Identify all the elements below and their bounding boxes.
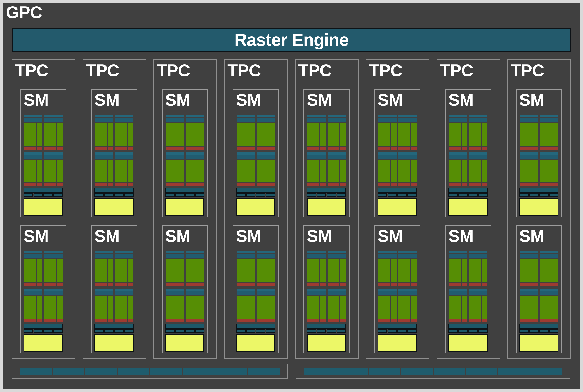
ldst-bar-narrow (178, 319, 184, 322)
tpc-box: TPC SM (507, 59, 571, 359)
cuda-core-block-narrow (199, 296, 204, 318)
scheduler-strip (540, 288, 558, 291)
sm-slot: SM (445, 225, 491, 354)
ldst-row (95, 146, 113, 150)
tex-unit-cell (43, 193, 53, 197)
ldst-bar-wide (449, 183, 461, 186)
ldst-bar-wide (115, 283, 127, 286)
scheduler-strip (469, 115, 487, 117)
tex-unit-cell (327, 193, 336, 197)
tex-unit-cell (104, 329, 114, 333)
scheduler-strip (449, 152, 467, 154)
ldst-bar-narrow (178, 183, 184, 186)
cuda-core-grid (166, 296, 184, 318)
sm-box: SM (233, 225, 279, 354)
dispatch-strip (186, 118, 204, 122)
sm-slot: SM (233, 225, 279, 354)
ldst-row (45, 319, 63, 322)
tex-unit-cell (195, 193, 205, 197)
tex-unit-cell (34, 329, 43, 333)
ldst-bar-wide (469, 319, 481, 322)
cuda-core-grid (307, 160, 326, 182)
rt-core-block (307, 334, 346, 352)
ldst-row (237, 146, 255, 150)
cuda-core-block-wide (520, 259, 532, 282)
tex-unit-cell (407, 193, 417, 197)
cuda-core-grid (95, 160, 113, 182)
tpc-box: TPC SM (224, 59, 288, 359)
cuda-core-grid (378, 259, 396, 282)
tex-unit-row (378, 193, 417, 197)
ldst-bar-wide (257, 183, 269, 186)
ldst-row (520, 183, 538, 186)
cuda-core-block-narrow (199, 259, 204, 282)
cuda-core-block-narrow (532, 160, 538, 182)
tex-unit-cell (266, 329, 275, 333)
diagram-canvas: { "gpc": { "label": "GPC" }, "raster_eng… (0, 0, 583, 392)
ldst-row (24, 183, 43, 186)
ldst-bar-wide (237, 146, 249, 150)
cuda-core-grid (520, 160, 538, 182)
cuda-core-grid (115, 296, 133, 318)
tex-unit-cell (185, 329, 195, 333)
ldst-row (115, 283, 133, 286)
cuda-core-block-wide (307, 259, 319, 282)
cuda-core-block-wide (237, 259, 249, 282)
cuda-core-block-wide (186, 160, 198, 182)
cuda-core-grid (469, 123, 487, 146)
scheduler-strip (24, 115, 43, 117)
dispatch-strip (449, 254, 467, 258)
ldst-bar-narrow (411, 319, 416, 322)
dispatch-strip (378, 291, 396, 295)
cuda-core-grid (520, 123, 538, 146)
cuda-core-block-narrow (178, 160, 184, 182)
tex-unit-cell (337, 329, 346, 333)
tex-unit-row (519, 329, 558, 333)
tex-unit-cell (104, 193, 114, 197)
tex-unit-cell (539, 329, 548, 333)
scheduler-strip (166, 288, 184, 291)
cuda-core-block-narrow (462, 259, 467, 282)
cuda-core-grid (378, 160, 396, 182)
scheduler-strip (45, 115, 63, 117)
scheduler-strip (186, 251, 204, 253)
ldst-bar-narrow (199, 146, 204, 150)
sm-slot: SM (374, 225, 420, 354)
tex-unit-row (519, 193, 558, 197)
bus-segment (118, 368, 150, 375)
bus-segment (53, 368, 85, 375)
cuda-core-grid (237, 259, 255, 282)
sm-slot: SM (303, 225, 350, 354)
ldst-bar-wide (449, 146, 461, 150)
cuda-core-grid (398, 259, 416, 282)
scheduler-strip (95, 115, 113, 117)
cuda-core-block-wide (520, 123, 532, 146)
cuda-core-block-wide (24, 259, 36, 282)
scheduler-strip (520, 288, 538, 291)
ldst-bar-narrow (552, 283, 558, 286)
sm-slot: SM (516, 225, 562, 354)
scheduler-strip (237, 251, 255, 253)
cuda-core-block-wide (166, 160, 178, 182)
tex-unit-cell (397, 193, 407, 197)
tpc-label: TPC (227, 62, 261, 79)
ldst-row (449, 283, 467, 286)
ldst-bar-narrow (411, 283, 416, 286)
ldst-row (237, 283, 255, 286)
ldst-bar-narrow (532, 283, 538, 286)
ldst-bar-wide (166, 146, 178, 150)
cuda-core-grid (540, 123, 558, 146)
ldst-bar-wide (398, 146, 410, 150)
dispatch-strip (307, 254, 326, 258)
dispatch-strip (398, 118, 416, 122)
cuda-core-block-wide (378, 296, 390, 318)
tpc-row: TPC SM (12, 59, 571, 359)
ldst-row (257, 146, 275, 150)
ldst-row (95, 183, 113, 186)
ldst-bar-narrow (249, 319, 255, 322)
ldst-bar-wide (540, 319, 552, 322)
cuda-core-block-narrow (57, 123, 63, 146)
dispatch-strip (469, 155, 487, 159)
bus-segment (336, 368, 368, 375)
ldst-row (166, 183, 184, 186)
